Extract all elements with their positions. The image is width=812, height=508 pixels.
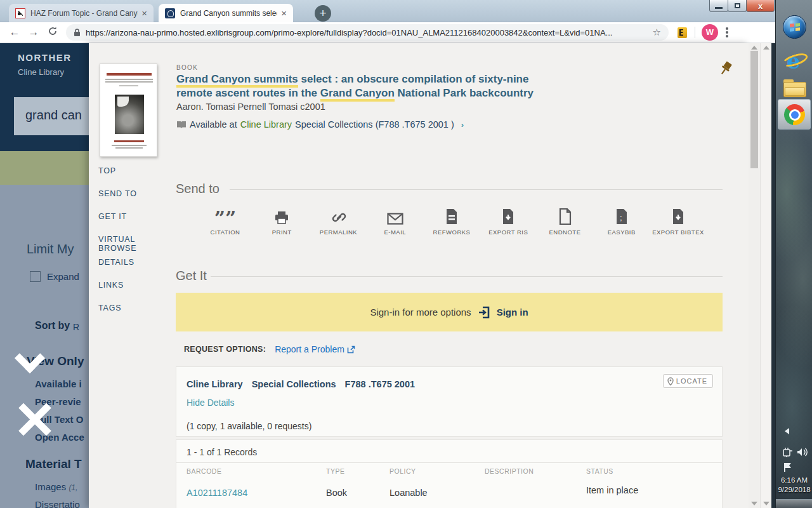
availability-detail: Special Collections (F788 .T675 2001 ) xyxy=(295,119,454,130)
show-desktop-button[interactable] xyxy=(776,499,812,508)
availability-library-link[interactable]: Cline Library xyxy=(240,119,292,130)
column-type: TYPE xyxy=(326,467,344,475)
citation-action[interactable]: ”” CITATION xyxy=(198,207,252,236)
back-button[interactable]: ← xyxy=(5,26,24,39)
endnote-action[interactable]: ENDNOTE xyxy=(538,207,593,236)
permalink-action[interactable]: PERMALINK xyxy=(311,207,366,236)
endnote-icon xyxy=(559,208,572,225)
chevron-down-overlay-icon[interactable] xyxy=(15,343,45,373)
extension-icon[interactable] xyxy=(678,27,687,38)
facet-images[interactable]: Images (1, xyxy=(35,481,77,492)
window-scrollbar[interactable] xyxy=(760,43,771,508)
minimize-button[interactable] xyxy=(709,0,728,12)
pin-record-icon[interactable] xyxy=(717,60,733,79)
lock-icon xyxy=(74,28,81,37)
scroll-down-icon[interactable] xyxy=(763,502,769,505)
sort-by-value[interactable]: R xyxy=(73,322,79,332)
windows-taskbar: e 6:16 AM 9/29/2018 xyxy=(775,0,812,508)
nav-tags[interactable]: TAGS xyxy=(98,304,174,326)
library-name: Cline Library xyxy=(18,67,64,77)
nav-top[interactable]: TOP xyxy=(98,166,174,189)
record-author: Aaron. Tomasi Pernell Tomasi c2001 xyxy=(176,102,325,112)
volume-icon[interactable] xyxy=(796,446,809,458)
nav-links[interactable]: LINKS xyxy=(98,281,174,304)
clock-date[interactable]: 9/29/2018 xyxy=(776,486,812,493)
scroll-down-icon[interactable] xyxy=(751,502,757,505)
scroll-up-icon[interactable] xyxy=(763,46,769,50)
scrollbar-thumb[interactable] xyxy=(750,51,758,168)
tab-close-icon[interactable]: × xyxy=(281,9,287,18)
hide-details-link[interactable]: Hide Details xyxy=(187,398,234,408)
nav-get-it[interactable]: GET IT xyxy=(98,212,174,235)
profile-avatar[interactable]: W xyxy=(702,24,718,41)
start-button[interactable] xyxy=(783,15,806,39)
material-type-heading: Material T xyxy=(25,457,82,471)
folder-icon xyxy=(785,87,805,96)
easybib-action[interactable]: ; EASYBIB xyxy=(594,207,649,236)
expand-checkbox[interactable] xyxy=(30,271,41,282)
email-icon xyxy=(387,213,403,225)
items-table-card: 1 - 1 of 1 Records BARCODE TYPE POLICY D… xyxy=(176,439,723,508)
tab-primo-record[interactable]: Grand Canyon summits select : a × xyxy=(159,4,293,22)
send-to-rule xyxy=(230,189,723,190)
request-options-label: REQUEST OPTIONS: xyxy=(184,345,266,354)
export-ris-action[interactable]: EXPORT RIS xyxy=(481,207,535,236)
locate-button[interactable]: LOCATE xyxy=(663,374,713,388)
content-scrollbar[interactable] xyxy=(749,43,760,508)
power-plug-icon[interactable] xyxy=(782,446,794,458)
record-full-display: BOOK Grand Canyon summits select : an ob… xyxy=(89,43,749,508)
holding-collection: Special Collections xyxy=(252,379,336,389)
table-divider xyxy=(176,462,722,463)
address-bar[interactable]: https://arizona-nau-primo.hosted.exlibri… xyxy=(66,24,669,41)
nav-details[interactable]: DETAILS xyxy=(98,258,174,281)
scroll-up-icon[interactable] xyxy=(751,46,757,50)
record-section-nav: TOP SEND TO GET IT VIRTUAL BROWSE DETAIL… xyxy=(98,166,174,326)
browser-toolbar: ← → https://arizona-nau-primo.hosted.exl… xyxy=(0,22,775,43)
refworks-icon xyxy=(445,208,458,225)
print-action[interactable]: PRINT xyxy=(254,207,309,236)
close-overlay-icon[interactable] xyxy=(16,401,53,438)
screen: HAZ Forum Topic - Grand Canyo × Grand Ca… xyxy=(0,0,812,508)
external-link-icon xyxy=(347,345,355,354)
chrome-taskbar-button[interactable] xyxy=(778,99,811,130)
email-action[interactable]: E-MAIL xyxy=(368,207,422,236)
record-title: Grand Canyon summits select : an obscure… xyxy=(176,72,544,100)
nav-send-to[interactable]: SEND TO xyxy=(98,189,174,212)
bookmark-star-icon[interactable]: ☆ xyxy=(653,27,661,38)
sign-in-link[interactable]: Sign in xyxy=(497,307,528,318)
availability-chevron-icon[interactable]: › xyxy=(461,120,464,130)
export-bibtex-action[interactable]: EXPORT BIBTEX xyxy=(651,207,705,236)
chrome-icon xyxy=(784,104,805,125)
browser-menu-button[interactable] xyxy=(726,27,728,37)
clock-time[interactable]: 6:16 AM xyxy=(776,476,812,484)
search-button[interactable] xyxy=(0,151,89,185)
report-problem-link[interactable]: Report a Problem xyxy=(275,344,355,354)
haz-favicon xyxy=(15,8,25,18)
new-tab-button[interactable]: + xyxy=(315,5,331,22)
maximize-button[interactable] xyxy=(728,0,747,12)
close-button[interactable]: x xyxy=(746,0,775,12)
column-description: DESCRIPTION xyxy=(485,467,534,475)
easybib-icon: ; xyxy=(615,208,628,225)
item-policy: Loanable xyxy=(390,488,428,498)
refworks-action[interactable]: REFWORKS xyxy=(424,207,479,236)
forward-button[interactable]: → xyxy=(24,26,43,39)
nav-virtual-browse[interactable]: VIRTUAL BROWSE xyxy=(98,235,174,258)
facet-available[interactable]: Available i xyxy=(35,378,82,389)
internet-explorer-button[interactable]: e xyxy=(783,47,806,72)
search-input[interactable]: grand can xyxy=(14,97,89,135)
facet-dissertations[interactable]: Dissertatio xyxy=(35,499,80,508)
refresh-button[interactable] xyxy=(43,26,62,39)
action-center-flag-icon[interactable] xyxy=(782,462,794,473)
tab-haz-forum[interactable]: HAZ Forum Topic - Grand Canyo × xyxy=(9,4,154,22)
availability-line[interactable]: Available at Cline Library Special Colle… xyxy=(176,119,464,130)
request-options-row: REQUEST OPTIONS: Report a Problem xyxy=(184,344,355,354)
item-barcode-link[interactable]: A10211187484 xyxy=(187,488,247,498)
search-query-text: grand can xyxy=(25,108,82,123)
holding-card: Cline Library Special Collections F788 .… xyxy=(176,366,723,437)
tab-close-icon[interactable]: × xyxy=(141,9,147,18)
nau-favicon xyxy=(165,8,175,18)
show-hidden-icons-button[interactable] xyxy=(785,428,789,434)
university-logo-text: NORTHER xyxy=(18,52,72,63)
file-explorer-button[interactable] xyxy=(783,79,806,97)
